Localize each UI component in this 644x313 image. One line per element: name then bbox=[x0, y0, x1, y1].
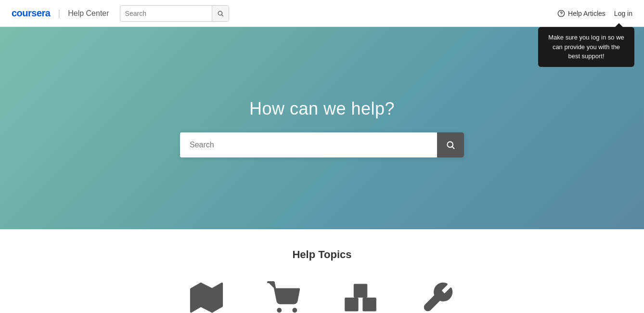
svg-point-10 bbox=[293, 309, 296, 312]
tooltip-text: Make sure you log in so we can provide y… bbox=[548, 34, 624, 60]
topic-item-payments[interactable] bbox=[264, 278, 303, 313]
topics-grid bbox=[39, 278, 605, 313]
navbar-search-button[interactable] bbox=[212, 6, 229, 21]
svg-rect-11 bbox=[345, 298, 358, 311]
navbar: coursera | Help Center Help Articles Log… bbox=[0, 0, 644, 27]
coursera-wordmark: coursera bbox=[12, 8, 51, 19]
topic-item-courses[interactable] bbox=[341, 278, 380, 313]
navbar-right: Help Articles Log in bbox=[557, 10, 632, 17]
search-icon bbox=[217, 10, 224, 17]
topic-item-getting-started[interactable] bbox=[187, 278, 226, 313]
boxes-icon bbox=[341, 278, 380, 313]
help-topics-section: Help Topics bbox=[0, 229, 644, 313]
svg-rect-12 bbox=[362, 298, 376, 311]
login-tooltip: Make sure you log in so we can provide y… bbox=[538, 27, 634, 67]
navbar-divider: | bbox=[58, 8, 61, 18]
hero-title: How can we help? bbox=[249, 99, 395, 119]
svg-point-9 bbox=[278, 309, 281, 312]
navbar-search[interactable] bbox=[120, 5, 229, 22]
hero-search-button[interactable] bbox=[437, 132, 464, 157]
map-icon bbox=[187, 278, 226, 313]
cart-icon bbox=[264, 278, 303, 313]
hero-search[interactable] bbox=[180, 132, 464, 157]
svg-rect-13 bbox=[354, 284, 367, 298]
topic-item-technical[interactable] bbox=[418, 278, 457, 313]
help-center-label: Help Center bbox=[68, 9, 109, 18]
help-topics-title: Help Topics bbox=[39, 248, 605, 261]
search-icon bbox=[446, 140, 455, 150]
hero-search-input[interactable] bbox=[180, 132, 437, 157]
help-articles-icon bbox=[557, 10, 565, 17]
svg-line-1 bbox=[221, 14, 223, 16]
navbar-left: coursera | Help Center bbox=[12, 5, 229, 22]
login-button[interactable]: Log in bbox=[614, 10, 632, 17]
svg-marker-6 bbox=[191, 284, 222, 312]
navbar-search-input[interactable] bbox=[120, 10, 212, 17]
help-articles-label: Help Articles bbox=[568, 10, 605, 17]
coursera-logo[interactable]: coursera bbox=[12, 8, 51, 19]
wrench-icon bbox=[418, 278, 457, 313]
help-articles-link[interactable]: Help Articles bbox=[557, 10, 605, 17]
svg-line-5 bbox=[452, 147, 454, 149]
